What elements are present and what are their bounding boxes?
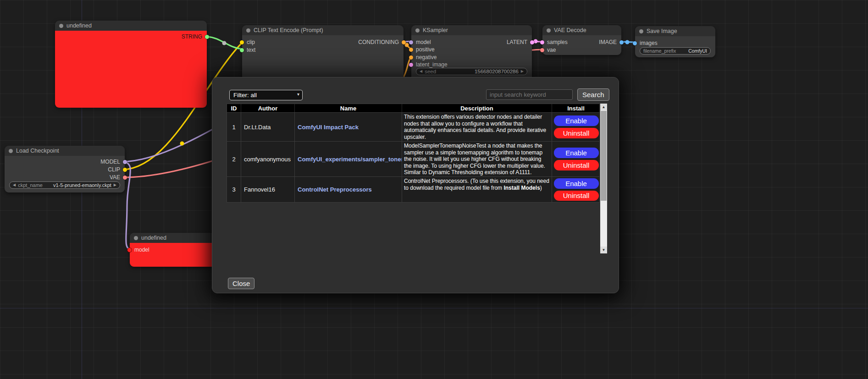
node-titlebar[interactable]: VAE Decode xyxy=(542,25,621,35)
header-author: Author xyxy=(241,104,295,112)
slot-dot[interactable] xyxy=(205,35,209,39)
search-input[interactable] xyxy=(486,89,573,100)
node-title: Load Checkpoint xyxy=(16,148,59,154)
node-undefined-top[interactable]: undefined STRING xyxy=(55,21,207,108)
slot-label: VAE xyxy=(110,174,120,181)
widget-value: v1-5-pruned-emaonly.ckpt xyxy=(53,182,111,188)
slot-dot[interactable] xyxy=(123,160,127,164)
slot-dot[interactable] xyxy=(619,40,624,44)
output-slot-model[interactable]: MODEL xyxy=(100,159,127,165)
uninstall-button[interactable]: Uninstall xyxy=(554,160,599,170)
slot-dot[interactable] xyxy=(123,176,127,180)
node-title: KSampler xyxy=(423,27,448,33)
slot-label: vae xyxy=(547,47,556,53)
increment-arrow-icon[interactable]: ▶ xyxy=(114,183,116,187)
row-author: Fannovel16 xyxy=(241,177,295,202)
uninstall-button[interactable]: Uninstall xyxy=(554,128,599,138)
uninstall-button[interactable]: Uninstall xyxy=(554,191,599,201)
enable-button[interactable]: Enable xyxy=(554,178,599,189)
node-graph-canvas[interactable]: undefined STRING CLIP Text Encode (Promp… xyxy=(0,0,868,379)
node-titlebar[interactable]: Load Checkpoint xyxy=(5,146,125,156)
table-header-row: ID Author Name Description Install xyxy=(227,104,599,113)
node-save-image[interactable]: Save Image images filename_prefix ComfyU… xyxy=(635,26,715,57)
seed-widget[interactable]: ◀ seed 156680208700286 ▶ xyxy=(416,68,527,75)
link-midpoint-dot xyxy=(180,142,184,146)
input-slot-model[interactable]: model xyxy=(409,39,431,45)
collapse-dot-icon[interactable] xyxy=(547,28,551,33)
input-slot-samples[interactable]: samples xyxy=(540,39,568,45)
row-id: 2 xyxy=(227,142,241,176)
enable-button[interactable]: Enable xyxy=(554,148,599,158)
slot-dot[interactable] xyxy=(540,48,544,52)
scroll-up-icon[interactable]: ▲ xyxy=(600,104,607,110)
collapse-dot-icon[interactable] xyxy=(134,236,138,240)
input-slot-positive[interactable]: positive xyxy=(409,46,435,53)
filter-select[interactable]: Filter: all xyxy=(229,90,303,100)
input-slot-images[interactable]: images xyxy=(633,40,658,46)
link-midpoint-dot xyxy=(625,40,630,44)
enable-button[interactable]: Enable xyxy=(554,115,599,126)
output-slot-latent[interactable]: LATENT xyxy=(507,39,534,45)
input-slot-latent-image[interactable]: latent_image xyxy=(409,61,448,68)
input-slot-negative[interactable]: negative xyxy=(409,54,437,60)
collapse-dot-icon[interactable] xyxy=(59,24,63,28)
extension-name-link[interactable]: ControlNet Preprocessors xyxy=(298,186,372,193)
increment-arrow-icon[interactable]: ▶ xyxy=(521,70,524,73)
row-description: This extension offers various detector n… xyxy=(402,113,552,141)
slot-dot[interactable] xyxy=(402,40,406,44)
decrement-arrow-icon[interactable]: ◀ xyxy=(13,183,16,187)
node-body: MODEL CLIP VAE ◀ ckpt_name v1-5-pruned-e… xyxy=(5,156,125,192)
slot-label: clip xyxy=(247,39,255,45)
row-description: ModelSamplerTonemapNoiseTest a node that… xyxy=(402,142,552,176)
output-slot-string[interactable]: STRING xyxy=(182,33,209,40)
input-slot-vae[interactable]: vae xyxy=(540,47,556,53)
slot-label: samples xyxy=(547,39,568,45)
header-install: Install xyxy=(552,104,600,112)
slot-dot[interactable] xyxy=(409,63,413,67)
collapse-dot-icon[interactable] xyxy=(9,149,13,153)
slot-dot[interactable] xyxy=(409,55,413,60)
slot-dot[interactable] xyxy=(540,40,544,44)
filename-prefix-widget[interactable]: filename_prefix ComfyUI xyxy=(640,47,711,55)
extension-name-link[interactable]: ComfyUI_experiments/sampler_tonemap xyxy=(298,156,402,163)
slot-label: CONDITIONING xyxy=(358,39,399,45)
output-slot-image[interactable]: IMAGE xyxy=(599,39,624,45)
input-slot-clip[interactable]: clip xyxy=(240,39,255,45)
input-slot-model[interactable]: model xyxy=(127,247,149,253)
node-load-checkpoint[interactable]: Load Checkpoint MODEL CLIP VAE ◀ ckpt_na… xyxy=(5,146,125,192)
slot-dot[interactable] xyxy=(409,48,413,52)
slot-dot[interactable] xyxy=(123,168,127,172)
slot-dot[interactable] xyxy=(633,41,637,45)
output-slot-clip[interactable]: CLIP xyxy=(108,166,127,173)
node-titlebar[interactable]: KSampler xyxy=(411,25,532,35)
node-title: VAE Decode xyxy=(554,27,586,33)
node-titlebar[interactable]: undefined xyxy=(55,21,207,31)
slot-label: MODEL xyxy=(100,159,120,165)
table-row: 1 Dr.Lt.Data ComfyUI Impact Pack This ex… xyxy=(227,113,599,142)
input-slot-text[interactable]: text xyxy=(240,47,255,53)
node-vae-decode[interactable]: VAE Decode samples vae IMAGE xyxy=(542,25,621,55)
node-titlebar[interactable]: CLIP Text Encode (Prompt) xyxy=(242,25,404,35)
slot-dot[interactable] xyxy=(127,248,132,252)
collapse-dot-icon[interactable] xyxy=(246,28,250,33)
row-description: ControlNet Preprocessors. (To use this e… xyxy=(402,177,552,202)
output-slot-vae[interactable]: VAE xyxy=(110,174,127,181)
collapse-dot-icon[interactable] xyxy=(415,28,420,33)
node-titlebar[interactable]: Save Image xyxy=(635,26,715,36)
table-scrollbar[interactable]: ▲ ▼ xyxy=(600,104,607,253)
collapse-dot-icon[interactable] xyxy=(639,29,643,33)
custom-nodes-manager-dialog: Filter: all ▾ Search ID Author Name Desc… xyxy=(212,77,619,293)
row-id: 3 xyxy=(227,177,241,202)
ckpt-name-widget[interactable]: ◀ ckpt_name v1-5-pruned-emaonly.ckpt ▶ xyxy=(9,181,120,189)
extension-name-link[interactable]: ComfyUI Impact Pack xyxy=(298,124,359,131)
scroll-down-icon[interactable]: ▼ xyxy=(600,247,607,253)
slot-dot[interactable] xyxy=(409,40,413,44)
decrement-arrow-icon[interactable]: ◀ xyxy=(420,70,422,73)
output-slot-conditioning[interactable]: CONDITIONING xyxy=(358,39,406,45)
scrollbar-thumb[interactable] xyxy=(601,111,607,201)
close-button[interactable]: Close xyxy=(228,278,254,289)
slot-dot[interactable] xyxy=(240,40,244,44)
search-button[interactable]: Search xyxy=(577,88,609,101)
slot-dot[interactable] xyxy=(530,40,534,44)
slot-dot[interactable] xyxy=(240,48,244,52)
